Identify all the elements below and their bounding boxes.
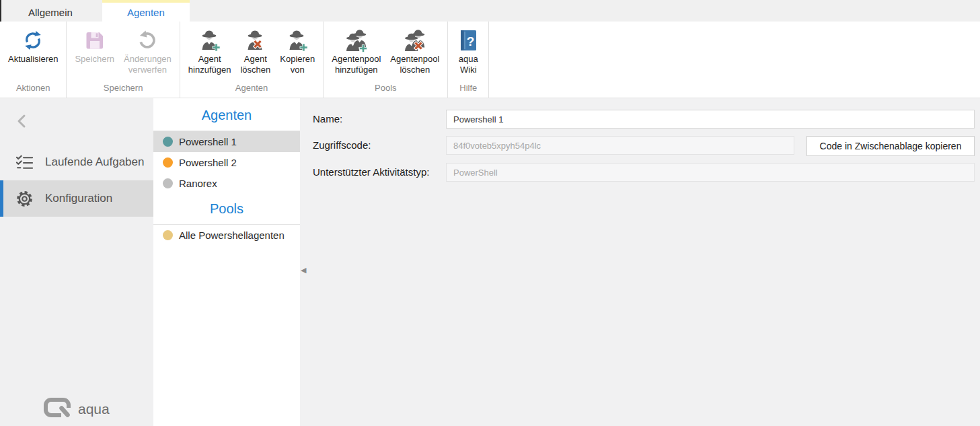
sidebar-item-label: Konfiguration bbox=[45, 192, 112, 205]
name-input[interactable] bbox=[446, 110, 975, 129]
agentenpool-loeschen-button[interactable]: Agentenpool löschen bbox=[387, 25, 443, 75]
agent-delete-icon bbox=[243, 27, 268, 54]
aqua-wiki-button[interactable]: ? aqua Wiki bbox=[453, 25, 484, 75]
ribbon-group-label: Agenten bbox=[185, 79, 318, 98]
kopieren-von-button[interactable]: Kopieren von bbox=[276, 25, 318, 75]
main-area: Laufende Aufgaben Konfiguration bbox=[0, 98, 980, 426]
aktivitaetstyp-input bbox=[446, 163, 975, 182]
copy-code-button[interactable]: Code in Zwischenablage kopieren bbox=[806, 136, 975, 156]
gear-icon bbox=[15, 189, 34, 208]
sidebar-item-laufende-aufgaben[interactable]: Laufende Aufgaben bbox=[0, 144, 153, 180]
ribbon-group-label: Speichern bbox=[71, 79, 174, 98]
ribbon-group-label: Hilfe bbox=[453, 79, 484, 98]
save-icon bbox=[83, 27, 107, 54]
sidebar-item-label: Laufende Aufgaben bbox=[45, 155, 144, 169]
agent-status-dot bbox=[163, 178, 173, 188]
task-list-icon bbox=[15, 153, 34, 172]
pool-name: Alle Powershellagenten bbox=[179, 229, 285, 241]
agent-add-icon bbox=[198, 27, 222, 54]
aqua-logo: aqua bbox=[43, 397, 110, 421]
agents-header: Agenten bbox=[153, 98, 300, 131]
svg-text:?: ? bbox=[467, 34, 475, 48]
ribbon-group-label: Pools bbox=[328, 79, 443, 98]
agent-list-item-powershell-2[interactable]: Powershell 2 bbox=[153, 152, 300, 173]
pool-list-item-alle-powershellagenten[interactable]: Alle Powershellagenten bbox=[153, 225, 300, 246]
ribbon-group-label: Aktionen bbox=[5, 79, 61, 98]
undo-icon bbox=[135, 27, 159, 54]
aenderungen-verwerfen-button[interactable]: Änderungen verwerfen bbox=[120, 25, 175, 75]
agent-list-item-powershell-1[interactable]: Powershell 1 bbox=[153, 131, 300, 152]
sidebar: Laufende Aufgaben Konfiguration bbox=[0, 98, 153, 426]
zugriffscode-label: Zugriffscode: bbox=[313, 136, 371, 155]
name-label: Name: bbox=[313, 110, 342, 129]
agent-name: Powershell 2 bbox=[179, 157, 237, 168]
ribbon-group-aktionen: Aktualisieren Aktionen bbox=[0, 22, 67, 98]
agent-status-dot bbox=[163, 137, 173, 147]
agent-loeschen-button[interactable]: Agent löschen bbox=[237, 25, 274, 75]
chevron-left-icon bbox=[15, 113, 30, 132]
agent-status-dot bbox=[163, 157, 173, 168]
pools-header: Pools bbox=[153, 194, 300, 225]
pool-status-dot bbox=[163, 230, 173, 240]
ribbon-tab-bar: Allgemein Agenten bbox=[0, 0, 980, 22]
agent-name: Ranorex bbox=[179, 178, 217, 189]
agent-hinzufuegen-button[interactable]: Agent hinzufügen bbox=[185, 25, 235, 75]
agentenpool-hinzufuegen-button[interactable]: Agentenpool hinzufügen bbox=[328, 25, 384, 75]
sidebar-item-konfiguration[interactable]: Konfiguration bbox=[0, 180, 153, 217]
aktivitaetstyp-label: Unterstützter Aktivitätstyp: bbox=[313, 163, 429, 182]
tab-agenten[interactable]: Agenten bbox=[102, 0, 190, 22]
aktualisieren-button[interactable]: Aktualisieren bbox=[5, 25, 61, 65]
agent-detail-panel: ◀ Name: Zugriffscode: Code in Zwischenab… bbox=[300, 98, 980, 426]
ribbon-group-speichern: Speichern Änderungen verwerfen Speichern bbox=[67, 22, 180, 98]
agent-copy-icon bbox=[285, 27, 309, 54]
tab-allgemein[interactable]: Allgemein bbox=[12, 0, 89, 22]
back-button[interactable] bbox=[15, 113, 34, 132]
ribbon: Aktualisieren Aktionen Speichern bbox=[0, 22, 980, 98]
collapse-panel-arrow[interactable]: ◀ bbox=[301, 267, 306, 274]
ribbon-group-pools: Agentenpool hinzufügen Agentenpool lösch… bbox=[324, 22, 448, 98]
aqua-logo-icon bbox=[43, 397, 71, 421]
agent-name: Powershell 1 bbox=[179, 136, 237, 147]
speichern-button[interactable]: Speichern bbox=[71, 25, 118, 65]
ribbon-group-agenten: Agent hinzufügen Agent löschen bbox=[180, 22, 324, 98]
pool-add-icon bbox=[342, 27, 371, 54]
aqua-logo-text: aqua bbox=[78, 401, 110, 417]
wiki-book-icon: ? bbox=[456, 27, 480, 54]
zugriffscode-input bbox=[446, 136, 794, 155]
agent-list-item-ranorex[interactable]: Ranorex bbox=[153, 173, 300, 194]
refresh-icon bbox=[21, 27, 45, 54]
app-window: Allgemein Agenten bbox=[0, 0, 980, 426]
ribbon-group-hilfe: ? aqua Wiki Hilfe bbox=[448, 22, 489, 98]
pool-delete-icon bbox=[400, 27, 430, 54]
agent-list-panel: Agenten Powershell 1 Powershell 2 Ranore… bbox=[153, 98, 300, 426]
